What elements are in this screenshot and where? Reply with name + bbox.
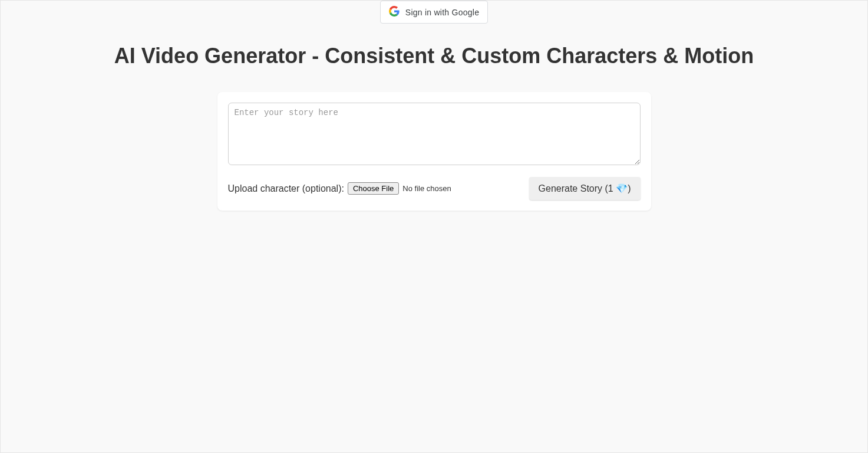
- file-input[interactable]: Choose File No file chosen: [348, 182, 451, 195]
- story-card: Upload character (optional): Choose File…: [217, 92, 651, 211]
- google-signin-label: Sign in with Google: [405, 8, 479, 17]
- top-bar: Sign in with Google: [1, 1, 867, 24]
- google-signin-button[interactable]: Sign in with Google: [380, 1, 488, 24]
- choose-file-button[interactable]: Choose File: [348, 182, 399, 195]
- page-title: AI Video Generator - Consistent & Custom…: [1, 44, 867, 68]
- story-input[interactable]: [228, 103, 641, 165]
- controls-row: Upload character (optional): Choose File…: [228, 177, 641, 200]
- generate-story-button[interactable]: Generate Story (1 💎): [529, 177, 641, 200]
- google-icon: [389, 6, 405, 18]
- upload-label: Upload character (optional):: [228, 183, 344, 194]
- file-status: No file chosen: [402, 184, 451, 193]
- upload-group: Upload character (optional): Choose File…: [228, 182, 451, 195]
